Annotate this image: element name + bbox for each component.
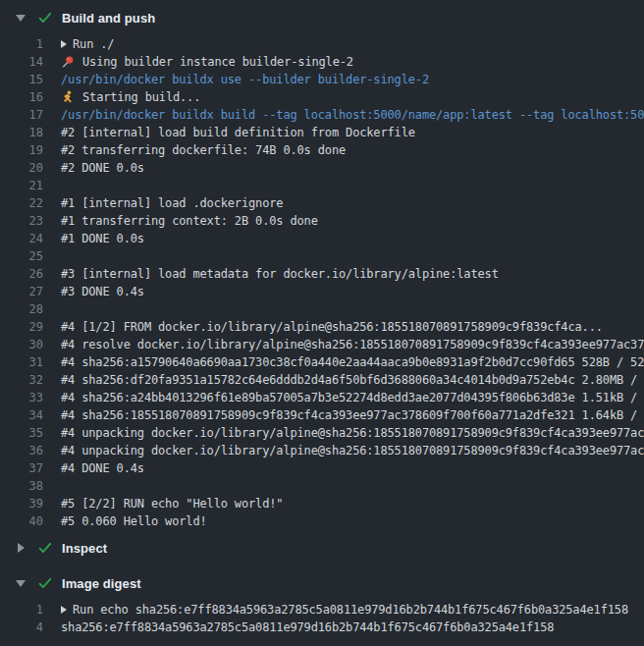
log-lines-build-and-push: 1Run ./14Using builder instance builder-… <box>0 35 644 530</box>
section-header-build-and-push[interactable]: Build and push <box>0 0 644 35</box>
log-content: #4 sha256:df20fa9351a15782c64e6dddb2d4a6… <box>61 371 644 389</box>
play-triangle-icon[interactable] <box>61 40 67 48</box>
log-line: 40#5 0.060 Hello world! <box>0 512 644 530</box>
log-content: #4 sha256:a24bb4013296f61e89ba57005a7b3e… <box>61 389 644 406</box>
section-title-inspect: Inspect <box>62 541 107 556</box>
line-number[interactable]: 1 <box>0 601 43 619</box>
log-content: sha256:e7ff8834a5963a2785c5a0811e979d16b… <box>61 619 554 636</box>
log-text: /usr/bin/docker buildx use --builder bui… <box>61 71 429 88</box>
log-text: #2 [internal] load build definition from… <box>61 124 415 141</box>
log-content: #4 unpacking docker.io/library/alpine@sh… <box>61 442 644 459</box>
log-content: #3 DONE 0.4s <box>61 283 144 300</box>
line-number[interactable]: 35 <box>0 424 43 442</box>
log-line: 37#4 DONE 0.4s <box>0 459 644 477</box>
log-line: 15/usr/bin/docker buildx use --builder b… <box>0 71 644 88</box>
line-number[interactable]: 15 <box>0 71 43 88</box>
line-number[interactable]: 32 <box>0 371 43 389</box>
line-number[interactable]: 21 <box>0 177 43 194</box>
line-number[interactable]: 33 <box>0 389 43 406</box>
log-line: 1Run ./ <box>0 35 644 53</box>
log-text: #1 transferring context: 2B 0.0s done <box>61 212 318 230</box>
log-line: 21 <box>0 177 644 194</box>
log-text: #4 resolve docker.io/library/alpine@sha2… <box>61 336 644 353</box>
log-content: #4 sha256:185518070891758909c9f839cf4ca3… <box>61 406 644 424</box>
log-content: #4 [1/2] FROM docker.io/library/alpine@s… <box>61 318 603 336</box>
line-number[interactable]: 31 <box>0 353 43 371</box>
log-line: 39#5 [2/2] RUN echo "Hello world!" <box>0 495 644 512</box>
runner-icon <box>61 90 75 104</box>
line-number[interactable]: 28 <box>0 300 43 318</box>
pushpin-icon <box>61 55 75 69</box>
line-number[interactable]: 36 <box>0 442 43 459</box>
log-text: Run echo sha256:e7ff8834a5963a2785c5a081… <box>73 601 628 619</box>
line-number[interactable]: 40 <box>0 512 43 530</box>
log-line: 28 <box>0 300 644 318</box>
log-content: Starting build... <box>61 88 200 106</box>
log-line: 18#2 [internal] load build definition fr… <box>0 124 644 141</box>
line-number[interactable]: 17 <box>0 106 43 124</box>
log-line: 1Run echo sha256:e7ff8834a5963a2785c5a08… <box>0 601 644 619</box>
line-number[interactable]: 29 <box>0 318 43 336</box>
line-number[interactable]: 27 <box>0 283 43 300</box>
section-header-inspect[interactable]: Inspect <box>0 530 644 565</box>
line-number[interactable]: 26 <box>0 265 43 283</box>
line-number[interactable]: 4 <box>0 619 43 636</box>
line-number[interactable]: 14 <box>0 53 43 71</box>
log-line: 20#2 DONE 0.0s <box>0 159 644 177</box>
chevron-down-icon[interactable] <box>16 580 26 587</box>
log-line: 35#4 unpacking docker.io/library/alpine@… <box>0 424 644 442</box>
log-viewer: Build and push1Run ./14Using builder ins… <box>0 0 644 646</box>
line-number[interactable]: 38 <box>0 477 43 495</box>
log-line: 26#3 [internal] load metadata for docker… <box>0 265 644 283</box>
log-content: #1 DONE 0.0s <box>61 230 144 247</box>
line-number[interactable]: 23 <box>0 212 43 230</box>
log-text: #2 transferring dockerfile: 74B 0.0s don… <box>61 141 346 159</box>
line-number[interactable]: 19 <box>0 141 43 159</box>
log-text: #4 DONE 0.4s <box>61 459 144 477</box>
log-line: 31#4 sha256:a15790640a6690aa1730c38cf0a4… <box>0 353 644 371</box>
log-content: /usr/bin/docker buildx build --tag local… <box>61 106 644 124</box>
log-content: #1 [internal] load .dockerignore <box>61 194 283 212</box>
line-number[interactable]: 24 <box>0 230 43 247</box>
log-text: #3 DONE 0.4s <box>61 283 144 300</box>
log-line: 22#1 [internal] load .dockerignore <box>0 194 644 212</box>
log-line: 27#3 DONE 0.4s <box>0 283 644 300</box>
log-text: #5 0.060 Hello world! <box>61 512 207 530</box>
check-icon <box>37 540 53 556</box>
chevron-right-icon[interactable] <box>16 543 26 553</box>
line-number[interactable]: 20 <box>0 159 43 177</box>
log-content: #2 [internal] load build definition from… <box>61 124 415 141</box>
check-icon <box>37 575 53 591</box>
log-content: Run echo sha256:e7ff8834a5963a2785c5a081… <box>61 601 628 619</box>
log-text: /usr/bin/docker buildx build --tag local… <box>61 106 644 124</box>
log-content: #3 [internal] load metadata for docker.i… <box>61 265 499 283</box>
log-line: 25 <box>0 247 644 265</box>
line-number[interactable]: 39 <box>0 495 43 512</box>
log-text: Starting build... <box>82 88 200 106</box>
line-number[interactable]: 25 <box>0 247 43 265</box>
line-number[interactable]: 1 <box>0 35 43 53</box>
log-line: 4sha256:e7ff8834a5963a2785c5a0811e979d16… <box>0 619 644 636</box>
log-content: #2 transferring dockerfile: 74B 0.0s don… <box>61 141 346 159</box>
check-icon <box>37 10 53 26</box>
log-lines-image-digest: 1Run echo sha256:e7ff8834a5963a2785c5a08… <box>0 601 644 636</box>
play-triangle-icon[interactable] <box>61 606 67 614</box>
line-number[interactable]: 34 <box>0 406 43 424</box>
line-number[interactable]: 30 <box>0 336 43 353</box>
chevron-down-icon[interactable] <box>16 15 26 22</box>
log-content: #5 [2/2] RUN echo "Hello world!" <box>61 495 283 512</box>
log-text: #4 unpacking docker.io/library/alpine@sh… <box>61 442 644 459</box>
log-line: 38 <box>0 477 644 495</box>
log-text: #4 sha256:a15790640a6690aa1730c38cf0a440… <box>61 353 644 371</box>
log-line: 30#4 resolve docker.io/library/alpine@sh… <box>0 336 644 353</box>
line-number[interactable]: 37 <box>0 459 43 477</box>
log-line: 33#4 sha256:a24bb4013296f61e89ba57005a7b… <box>0 389 644 406</box>
log-text: #5 [2/2] RUN echo "Hello world!" <box>61 495 283 512</box>
log-text: Using builder instance builder-single-2 <box>82 53 353 71</box>
line-number[interactable]: 22 <box>0 194 43 212</box>
line-number[interactable]: 18 <box>0 124 43 141</box>
line-number[interactable]: 16 <box>0 88 43 106</box>
log-line: 14Using builder instance builder-single-… <box>0 53 644 71</box>
section-title-image-digest: Image digest <box>62 576 141 591</box>
section-header-image-digest[interactable]: Image digest <box>0 565 644 601</box>
